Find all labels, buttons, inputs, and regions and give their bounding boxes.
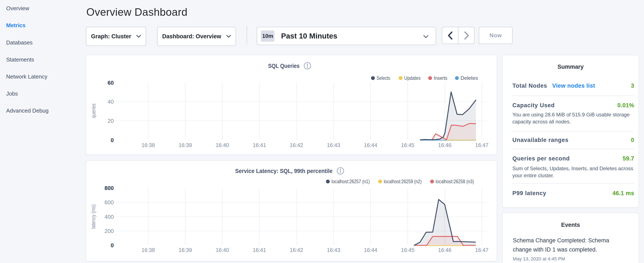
svg-text:16:46: 16:46: [438, 247, 452, 253]
svg-text:60: 60: [108, 80, 114, 86]
svg-text:800: 800: [104, 185, 114, 191]
svg-text:16:47: 16:47: [475, 142, 488, 148]
svg-text:localhost:26259 (n2): localhost:26259 (n2): [384, 178, 422, 184]
svg-text:Inserts: Inserts: [434, 75, 447, 81]
svg-text:16:40: 16:40: [216, 247, 229, 253]
svg-text:16:38: 16:38: [142, 142, 155, 148]
svg-text:400: 400: [104, 214, 114, 220]
svg-text:localhost:26257 (n1): localhost:26257 (n1): [332, 178, 370, 184]
svg-text:16:39: 16:39: [178, 142, 192, 148]
svg-text:Updates: Updates: [404, 75, 420, 81]
svg-text:16:39: 16:39: [178, 247, 192, 253]
svg-text:16:44: 16:44: [364, 247, 378, 253]
svg-text:20: 20: [108, 118, 114, 124]
svg-text:16:44: 16:44: [364, 142, 378, 148]
svg-text:16:47: 16:47: [475, 247, 488, 253]
svg-text:Deletes: Deletes: [460, 75, 478, 81]
svg-text:16:40: 16:40: [216, 142, 229, 148]
svg-text:16:42: 16:42: [290, 247, 303, 253]
svg-text:localhost:26258 (n3): localhost:26258 (n3): [436, 178, 474, 184]
svg-text:16:45: 16:45: [401, 142, 414, 148]
svg-text:Selects: Selects: [376, 75, 390, 81]
svg-text:SQL Queries: SQL Queries: [268, 63, 300, 69]
svg-text:600: 600: [104, 199, 114, 205]
svg-text:0: 0: [111, 242, 114, 248]
svg-text:16:38: 16:38: [142, 247, 155, 253]
svg-text:200: 200: [104, 228, 114, 234]
svg-text:16:45: 16:45: [401, 247, 414, 253]
svg-text:Service Latency: SQL, 99th per: Service Latency: SQL, 99th percentile: [235, 168, 332, 174]
svg-text:queries: queries: [90, 104, 97, 118]
svg-text:40: 40: [108, 99, 114, 105]
svg-text:16:41: 16:41: [253, 247, 266, 253]
svg-text:16:43: 16:43: [327, 247, 340, 253]
svg-text:16:43: 16:43: [327, 142, 340, 148]
svg-text:16:46: 16:46: [438, 142, 452, 148]
svg-text:16:41: 16:41: [253, 142, 266, 148]
svg-text:0: 0: [111, 137, 114, 143]
svg-text:latency (ms): latency (ms): [90, 204, 96, 229]
svg-text:16:42: 16:42: [290, 142, 303, 148]
